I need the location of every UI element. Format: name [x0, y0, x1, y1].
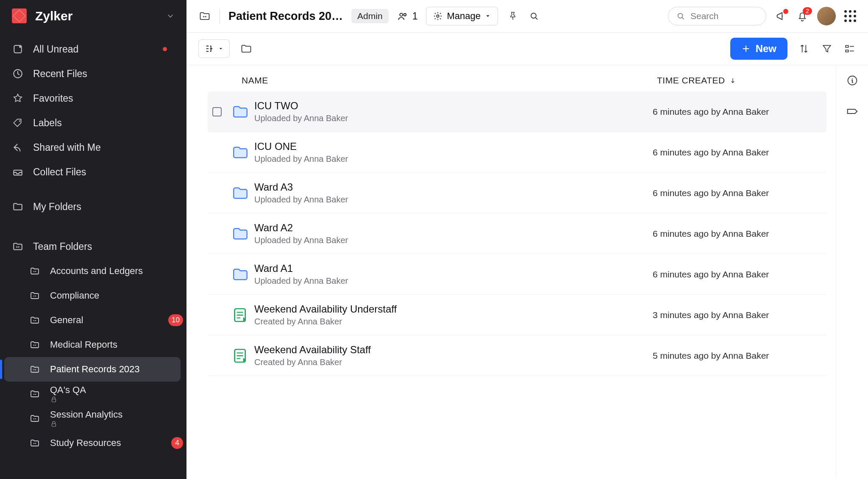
- file-subtext: Uploaded by Anna Baker: [254, 195, 653, 205]
- sidebar-teamfolder-item[interactable]: Medical Reports: [0, 332, 186, 357]
- plus-icon: [741, 44, 751, 53]
- svg-rect-19: [52, 399, 56, 402]
- svg-point-6: [18, 246, 19, 247]
- file-subtext: Created by Anna Baker: [254, 317, 653, 327]
- sidebar-teamfolder-item[interactable]: Accounts and Ledgers: [0, 259, 186, 283]
- sidebar-my-folders-label: My Folders: [33, 201, 175, 213]
- svg-point-11: [33, 320, 34, 321]
- sidebar-teamfolder-item[interactable]: General10: [0, 308, 186, 332]
- file-row[interactable]: ICU ONEUploaded by Anna Baker6 minutes a…: [208, 132, 826, 173]
- sidebar-team-folders[interactable]: Team Folders: [0, 234, 186, 259]
- sidebar-item-unread[interactable]: All Unread: [0, 37, 186, 61]
- filter-icon[interactable]: [821, 42, 833, 55]
- svg-point-24: [35, 443, 36, 444]
- svg-point-23: [33, 443, 34, 444]
- svg-point-3: [19, 120, 20, 122]
- search-header-icon[interactable]: [528, 10, 540, 22]
- brand-name: Zylker: [35, 9, 158, 23]
- workspace-switcher[interactable]: [166, 12, 175, 20]
- svg-point-28: [403, 14, 406, 16]
- file-time: 6 minutes ago by Anna Baker: [653, 269, 822, 280]
- manage-button[interactable]: Manage: [426, 7, 498, 25]
- pin-icon[interactable]: [506, 10, 519, 22]
- members-count[interactable]: 1: [397, 11, 418, 22]
- file-name: Ward A3: [254, 181, 653, 193]
- sheet-icon: [226, 307, 254, 324]
- svg-rect-32: [846, 45, 849, 47]
- count-badge: 10: [168, 314, 183, 326]
- layout-options-icon[interactable]: [843, 42, 856, 55]
- sidebar-team-folders-label: Team Folders: [33, 241, 175, 252]
- sidebar-teamfolder-item[interactable]: Study Resources4: [0, 431, 186, 455]
- col-name[interactable]: NAME: [242, 75, 657, 86]
- sidebar-teamfolder-item[interactable]: Session Analytics: [0, 406, 186, 431]
- announcements-icon[interactable]: [775, 10, 787, 22]
- team-folder-icon: [12, 241, 24, 252]
- notifications-icon[interactable]: 2: [796, 10, 809, 22]
- file-time: 3 minutes ago by Anna Baker: [653, 310, 822, 320]
- file-row[interactable]: Weekend Availability StaffCreated by Ann…: [208, 335, 826, 376]
- sidebar-sub-label: Session Analytics: [50, 409, 186, 428]
- lock-icon: [50, 420, 186, 428]
- sidebar-item-label: Collect Files: [33, 166, 175, 178]
- search como-. search-icon: [676, 11, 685, 21]
- sidebar-item-label: Favorites: [33, 93, 175, 104]
- svg-point-27: [400, 13, 403, 16]
- new-button[interactable]: New: [730, 38, 787, 60]
- file-row[interactable]: Ward A2Uploaded by Anna Baker6 minutes a…: [208, 213, 826, 254]
- file-time: 6 minutes ago by Anna Baker: [653, 107, 822, 117]
- user-avatar[interactable]: [817, 7, 836, 25]
- svg-point-8: [35, 271, 36, 272]
- svg-point-29: [437, 15, 440, 17]
- row-checkbox[interactable]: [208, 107, 226, 116]
- brand-logo: [12, 8, 27, 23]
- info-icon[interactable]: [846, 75, 858, 86]
- file-name: ICU TWO: [254, 100, 653, 112]
- divider: [220, 9, 220, 23]
- file-time: 6 minutes ago by Anna Baker: [653, 147, 822, 158]
- folder-icon: [12, 201, 24, 213]
- file-name: Weekend Availability Staff: [254, 344, 653, 356]
- file-subtext: Uploaded by Anna Baker: [254, 235, 653, 245]
- apps-grid-icon[interactable]: [844, 10, 856, 22]
- team-folder-icon: [29, 388, 41, 400]
- notification-count: 2: [803, 7, 812, 15]
- folder-icon: [226, 103, 254, 121]
- file-name: Weekend Availability Understaff: [254, 303, 653, 315]
- sidebar-item-share[interactable]: Shared with Me: [0, 135, 186, 160]
- sidebar-teamfolder-item[interactable]: Patient Records 2023: [4, 357, 181, 382]
- svg-point-5: [16, 246, 17, 247]
- team-folder-context-icon[interactable]: [198, 10, 211, 22]
- sidebar-teamfolder-item[interactable]: QA's QA: [0, 382, 186, 406]
- gear-icon: [433, 11, 442, 21]
- search-placeholder: Search: [690, 11, 719, 21]
- col-time[interactable]: TIME CREATED: [657, 75, 826, 86]
- sidebar-sub-label: Compliance: [50, 290, 186, 301]
- file-time: 6 minutes ago by Anna Baker: [653, 229, 822, 239]
- folder-icon: [226, 225, 254, 243]
- sidebar-item-tag[interactable]: Labels: [0, 111, 186, 135]
- right-rail: [836, 65, 868, 479]
- file-row[interactable]: Weekend Availability UnderstaffCreated b…: [208, 295, 826, 335]
- team-folder-icon: [29, 265, 41, 277]
- svg-point-1: [19, 46, 21, 48]
- file-subtext: Uploaded by Anna Baker: [254, 114, 653, 123]
- sidebar-item-star[interactable]: Favorites: [0, 86, 186, 111]
- label-tag-icon[interactable]: [846, 105, 859, 118]
- topbar: Patient Records 20… Admin 1 Manage Searc…: [186, 0, 868, 33]
- sidebar-item-inbox[interactable]: Collect Files: [0, 160, 186, 184]
- svg-point-31: [678, 14, 683, 18]
- file-row[interactable]: Ward A3Uploaded by Anna Baker6 minutes a…: [208, 173, 826, 213]
- team-folder-icon: [29, 290, 41, 302]
- share-icon: [12, 141, 24, 153]
- sidebar-my-folders[interactable]: My Folders: [0, 194, 186, 219]
- search-input[interactable]: Search: [668, 7, 766, 25]
- sidebar-teamfolder-item[interactable]: Compliance: [0, 283, 186, 308]
- folder-nav-icon[interactable]: [240, 42, 253, 55]
- file-row[interactable]: Ward A1Uploaded by Anna Baker6 minutes a…: [208, 254, 826, 295]
- svg-point-26: [205, 16, 206, 17]
- sort-icon[interactable]: [798, 42, 810, 55]
- sidebar-item-clock[interactable]: Recent Files: [0, 61, 186, 86]
- tree-view-toggle[interactable]: [198, 39, 230, 58]
- file-row[interactable]: ICU TWOUploaded by Anna Baker6 minutes a…: [208, 91, 826, 132]
